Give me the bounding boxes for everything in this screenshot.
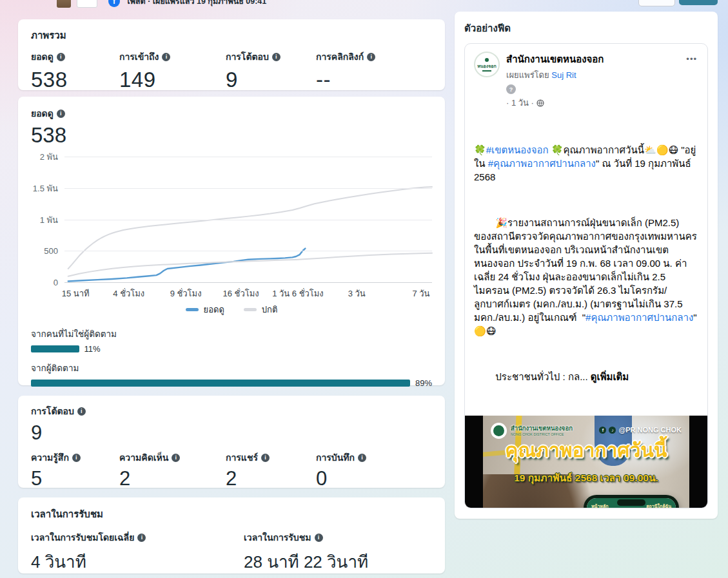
audience-group: จากผู้ติดตาม89% — [31, 361, 432, 388]
phone-notch — [617, 499, 645, 506]
audience-bar — [31, 380, 410, 387]
hashtag-link[interactable]: #คุณภาพอากาศปานกลาง — [488, 158, 596, 169]
x-axis-label: 3 วัน — [348, 287, 366, 300]
topbar-secondary-button[interactable] — [638, 0, 675, 6]
feed-preview-panel: ตัวอย่างฟีด หนองจอก สำนักงานเขตหนองจอก เ… — [455, 12, 718, 519]
topbar-primary-button[interactable] — [679, 0, 718, 5]
y-axis-label: 2 พัน — [40, 150, 58, 164]
legend-label: ยอดดู — [204, 303, 224, 316]
audience-group: จากคนที่ไม่ใช่ผู้ติดตาม11% — [31, 327, 432, 354]
info-icon[interactable] — [367, 53, 375, 61]
interactions-title: การโต้ตอบ — [31, 404, 74, 418]
info-icon[interactable] — [72, 454, 81, 462]
avatar-logo-bar — [482, 70, 491, 72]
breadcrumb: f โพสต์ · เผยแพร่แล้ว 19 กุมภาพันธ์ 09:4… — [57, 0, 266, 8]
globe-icon — [536, 99, 544, 107]
see-more-link[interactable]: ดูเพิ่มเติม — [591, 371, 629, 382]
metric-label: เวลาในการรับชมโดยเฉลี่ย — [31, 530, 134, 544]
info-icon[interactable] — [358, 454, 366, 462]
metric-label: การเข้าถึง — [119, 50, 159, 64]
metric-link-clicks: การคลิกลิงก์ -- — [316, 50, 432, 92]
audience-percentage: 89% — [415, 378, 432, 388]
metric-value: 0 — [316, 467, 432, 490]
publisher-link[interactable]: Suj Rit — [551, 70, 576, 80]
y-axis-label: 1.5 พัน — [33, 181, 58, 195]
chart-gridline — [64, 282, 432, 283]
video-subhead: 19 กุมภาพันธ์ 2568 เวลา 09.00น. — [483, 470, 689, 486]
audience-label: จากคนที่ไม่ใช่ผู้ติดตาม — [31, 327, 432, 341]
metric-value: 5 — [31, 467, 119, 490]
metric-total-watch-time: เวลาในการรับชม 28 นาที 22 วินาที — [244, 530, 432, 575]
avatar-logo-dot — [485, 58, 489, 62]
info-icon[interactable] — [162, 53, 170, 61]
metric-value: 2 — [119, 467, 226, 490]
tiktok-icon: ♪ — [609, 427, 616, 434]
page-avatar[interactable]: หนองจอก — [474, 52, 500, 77]
hashtag-link[interactable]: #คุณภาพอากาศปานกลาง — [585, 312, 693, 323]
info-icon[interactable] — [57, 53, 65, 61]
published-by-label: เผยแพร่โดย — [506, 70, 549, 80]
chart-gridline — [64, 157, 432, 157]
metric-value: 4 วินาที — [31, 548, 244, 575]
post-menu-button[interactable]: ••• — [685, 52, 698, 110]
info-icon[interactable] — [77, 407, 86, 416]
metric-value: -- — [316, 68, 432, 92]
facebook-icon: f — [108, 0, 120, 7]
social-handle: f ♪ @PR NONG CHOK — [599, 426, 682, 434]
info-icon[interactable] — [137, 534, 146, 542]
info-icon[interactable] — [57, 110, 65, 118]
y-axis-label: 1 พัน — [40, 213, 58, 226]
chart-gridline — [64, 220, 432, 220]
metric-label: การโต้ตอบ — [226, 50, 269, 64]
views-chart-card: ยอดดู 538 05001 พัน1.5 พัน2 พัน 15 นาที4… — [18, 97, 445, 385]
info-icon[interactable] — [272, 53, 280, 61]
metric-label: ความรู้สึก — [31, 450, 69, 465]
metric-label: การแชร์ — [226, 450, 258, 465]
post-text-segment: 🎉รายงานสถานการณ์ฝุ่นขนาดเล็ก (PM2.5) ของ… — [474, 217, 700, 323]
metric-label: ยอดดู — [31, 50, 54, 64]
info-icon[interactable] — [172, 454, 180, 462]
metric-value: 538 — [31, 68, 119, 92]
views-title: ยอดดู — [31, 106, 54, 120]
x-axis-label: 4 ชั่วโมง — [113, 287, 144, 300]
y-axis-label: 500 — [44, 246, 58, 256]
metric-reach: การเข้าถึง 149 — [119, 50, 226, 92]
audience-bar — [31, 345, 79, 352]
hashtag-link[interactable]: #เขตหนองจอก — [486, 144, 549, 155]
chart-legend: ยอดดูปกติ — [31, 303, 432, 316]
metric-views: ยอดดู 538 — [31, 50, 119, 92]
post-body-text: 🍀#เขตหนองจอก 🍀คุณภาพอากาศวันนี้⛅🟡😷 "อยู่… — [465, 113, 707, 416]
chart-y-axis: 05001 พัน1.5 พัน2 พัน — [31, 157, 64, 282]
app-nav-home: หน้าหลัก — [591, 503, 608, 508]
info-icon[interactable] — [315, 534, 323, 542]
feed-preview-title: ตัวอย่างฟีด — [464, 21, 708, 36]
chart-line-views — [68, 249, 306, 282]
metric-shares: การแชร์ 2 — [226, 450, 316, 490]
legend-label: ปกติ — [262, 303, 278, 316]
page-name[interactable]: สำนักงานเขตหนองจอก — [506, 52, 678, 67]
interactions-card: การโต้ตอบ 9 ความรู้สึก 5 ความคิดเห็น 2 ก… — [18, 396, 445, 488]
chart-x-axis: 15 นาที4 ชั่วโมง9 ชั่วโมง16 ชั่วโมง1 วัน… — [64, 282, 432, 296]
post-text-segment: ประชาชนทั่วไป : กล... — [474, 371, 591, 382]
legend-item: ยอดดู — [186, 303, 224, 316]
metric-reactions: ความรู้สึก 5 — [31, 450, 119, 490]
x-axis-label: 15 นาที — [62, 287, 90, 300]
watch-time-title: เวลาในการรับชม — [31, 506, 432, 522]
metric-avg-watch-time: เวลาในการรับชมโดยเฉลี่ย 4 วินาที — [31, 530, 244, 575]
legend-swatch — [244, 308, 257, 311]
info-icon[interactable] — [261, 454, 270, 462]
post-time: · 1 วัน · — [506, 96, 534, 110]
facebook-icon: f — [599, 427, 606, 434]
metric-value: 28 นาที 22 วินาที — [244, 548, 432, 575]
question-badge-icon[interactable]: ? — [506, 84, 516, 94]
legend-item: ปกติ — [244, 303, 278, 316]
chart-line-benchmark — [68, 253, 432, 276]
post-video-thumbnail[interactable]: สำนักงานเขตหนองจอก NONG CHOK DISTRICT OF… — [465, 416, 707, 508]
post-text-segment: 🍀 — [474, 144, 486, 155]
metric-value: 149 — [119, 68, 226, 92]
metric-saves: การบันทึก 0 — [316, 450, 432, 490]
watch-time-card: เวลาในการรับชม เวลาในการรับชมโดยเฉลี่ย 4… — [18, 497, 445, 573]
y-axis-label: 0 — [54, 278, 58, 287]
legend-swatch — [186, 308, 199, 311]
audience-percentage: 11% — [84, 344, 101, 354]
